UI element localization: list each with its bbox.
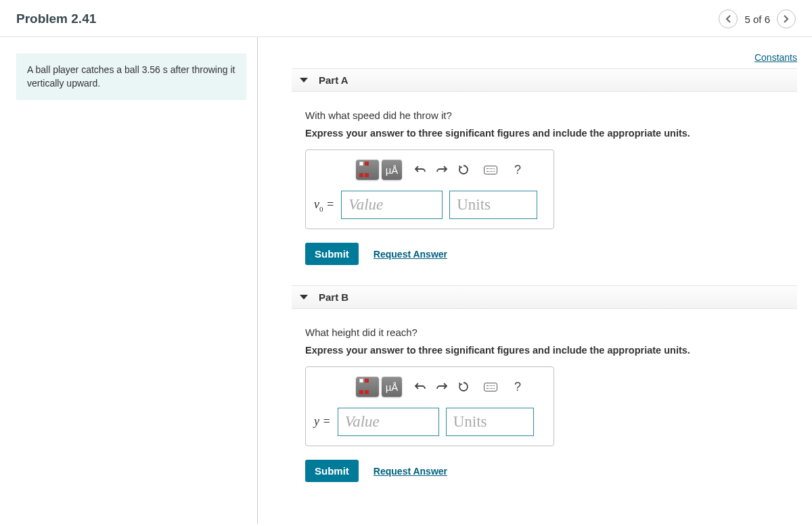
part-a-question: With what speed did he throw it? <box>305 110 797 121</box>
reset-button[interactable] <box>453 377 474 397</box>
part-a-value-input[interactable]: Value <box>341 191 443 219</box>
help-icon: ? <box>514 163 521 177</box>
undo-icon <box>414 164 426 175</box>
palette-icon <box>359 378 376 396</box>
part-b-value-input[interactable]: Value <box>338 408 439 436</box>
left-column: A ball player catches a ball 3.56 s afte… <box>0 37 257 524</box>
collapse-icon <box>300 78 308 82</box>
palette-icon <box>359 161 376 178</box>
part-a-request-answer-link[interactable]: Request Answer <box>374 249 447 260</box>
page-header: Problem 2.41 5 of 6 <box>0 0 812 37</box>
keyboard-icon <box>484 166 497 174</box>
redo-icon <box>436 381 448 392</box>
problem-nav: 5 of 6 <box>719 9 796 28</box>
template-picker-button[interactable] <box>356 160 379 180</box>
part-b-actions: Submit Request Answer <box>305 460 797 482</box>
problem-statement: A ball player catches a ball 3.56 s afte… <box>16 53 246 100</box>
reset-icon <box>457 164 470 176</box>
redo-button[interactable] <box>432 160 452 180</box>
help-button[interactable]: ? <box>508 377 528 397</box>
part-a-variable: v0 = <box>314 197 334 213</box>
undo-button[interactable] <box>410 377 430 397</box>
units-label: µÅ <box>386 164 399 176</box>
constants-link[interactable]: Constants <box>754 52 797 63</box>
part-b-request-answer-link[interactable]: Request Answer <box>374 466 447 477</box>
keyboard-button[interactable] <box>480 160 501 180</box>
redo-icon <box>436 164 448 175</box>
part-b-variable: y = <box>314 414 331 430</box>
part-a-toolbar: µÅ ? <box>314 160 545 180</box>
part-b-title: Part B <box>319 291 348 303</box>
reset-icon <box>457 381 470 393</box>
part-b-toolbar: µÅ ? <box>314 377 545 397</box>
undo-button[interactable] <box>410 160 430 180</box>
part-b-input-row: y = Value Units <box>314 408 545 436</box>
keyboard-button[interactable] <box>480 377 501 397</box>
template-picker-button[interactable] <box>356 377 379 397</box>
part-a-input-row: v0 = Value Units <box>314 191 545 219</box>
part-a-instruction: Express your answer to three significant… <box>305 128 797 139</box>
units-button[interactable]: µÅ <box>382 377 402 397</box>
part-a-body: With what speed did he throw it? Express… <box>258 92 797 285</box>
redo-button[interactable] <box>432 377 452 397</box>
undo-icon <box>414 381 426 392</box>
part-b-answer-box: µÅ ? <box>305 366 554 446</box>
part-a-answer-box: µÅ ? <box>305 149 554 229</box>
part-b-body: What height did it reach? Express your a… <box>258 309 797 502</box>
help-icon: ? <box>514 380 521 394</box>
part-b-instruction: Express your answer to three significant… <box>305 345 797 356</box>
part-a-submit-button[interactable]: Submit <box>305 243 359 265</box>
part-a-title: Part A <box>319 74 348 86</box>
part-a-header[interactable]: Part A <box>292 68 797 92</box>
constants-row: Constants <box>258 43 797 68</box>
keyboard-icon <box>484 383 497 391</box>
part-b-units-input[interactable]: Units <box>446 408 534 436</box>
part-b-submit-button[interactable]: Submit <box>305 460 359 482</box>
next-problem-button[interactable] <box>777 9 796 28</box>
part-b-header[interactable]: Part B <box>292 285 797 309</box>
part-a-units-input[interactable]: Units <box>449 191 537 219</box>
part-a-actions: Submit Request Answer <box>305 243 797 265</box>
problem-title: Problem 2.41 <box>16 11 96 26</box>
reset-button[interactable] <box>453 160 474 180</box>
units-label: µÅ <box>386 381 399 393</box>
collapse-icon <box>300 295 308 300</box>
part-b-question: What height did it reach? <box>305 327 797 338</box>
right-column: Constants Part A With what speed did he … <box>258 37 812 524</box>
units-button[interactable]: µÅ <box>382 160 402 180</box>
prev-problem-button[interactable] <box>719 9 738 28</box>
help-button[interactable]: ? <box>508 160 528 180</box>
problem-counter: 5 of 6 <box>744 14 770 25</box>
content-area: A ball player catches a ball 3.56 s afte… <box>0 37 812 524</box>
